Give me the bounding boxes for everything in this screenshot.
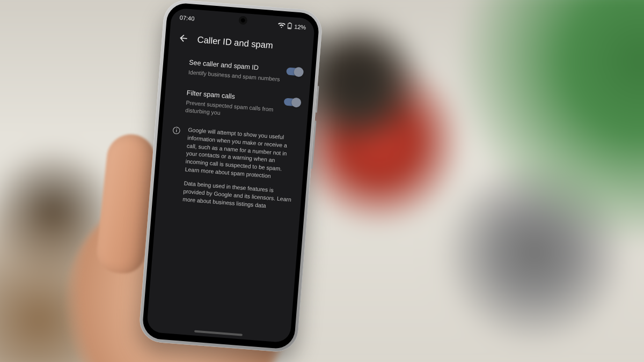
battery-percentage: 12%: [294, 23, 306, 31]
page-title: Caller ID and spam: [197, 34, 273, 50]
svg-rect-1: [289, 23, 290, 24]
gesture-nav-bar[interactable]: [194, 330, 243, 336]
wifi-icon: [278, 23, 286, 28]
svg-point-5: [176, 129, 177, 130]
info-block: Google will attempt to show you useful i…: [165, 120, 298, 218]
svg-rect-2: [288, 27, 291, 28]
arrow-left-icon: [178, 33, 189, 45]
info-paragraph: Google will attempt to show you useful i…: [185, 126, 297, 182]
info-icon: [165, 124, 182, 209]
battery-icon: [287, 22, 292, 29]
toggle-see-caller-spam-id[interactable]: [286, 68, 303, 76]
back-button[interactable]: [177, 31, 191, 45]
clock: 07:40: [179, 14, 194, 21]
info-paragraph: Data being used in these features is pro…: [182, 180, 294, 212]
svg-rect-4: [175, 130, 177, 132]
toggle-filter-spam-calls[interactable]: [284, 98, 301, 106]
phone-screen: 07:40 12% Caller ID: [147, 8, 316, 343]
phone: 07:40 12% Caller ID: [138, 0, 323, 353]
